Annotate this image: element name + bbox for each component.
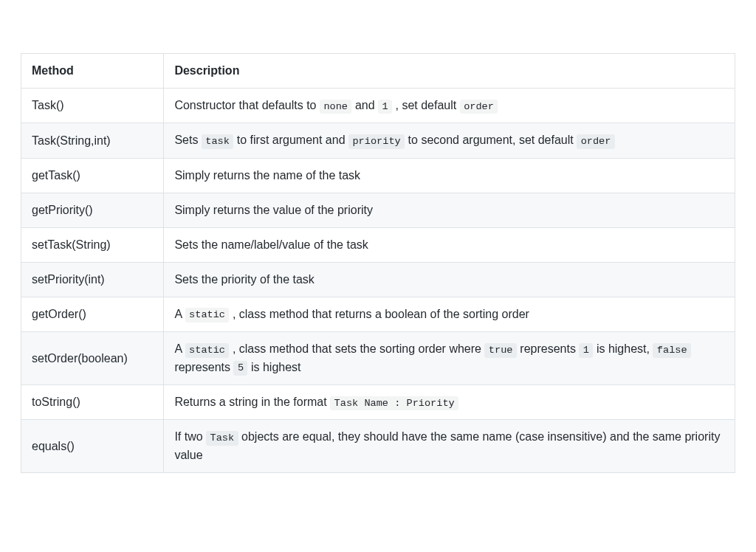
method-cell: getOrder() [21,297,164,331]
description-cell: A static , class method that sets the so… [164,332,735,385]
inline-code: 1 [378,100,392,114]
description-cell: Simply returns the value of the priority [164,193,735,227]
inline-code: Task Name : Priority [330,396,458,411]
inline-code: Task [206,431,238,446]
table-row: setOrder(boolean)A static , class method… [21,332,735,385]
page-container: Method Description Task()Constructor tha… [0,0,756,503]
method-cell: getPriority() [21,193,164,227]
method-cell: toString() [21,384,164,419]
method-cell: getTask() [21,158,164,193]
table-row: setTask(String)Sets the name/label/value… [21,227,735,262]
description-cell: Sets the priority of the task [164,262,735,297]
description-cell: If two Task objects are equal, they shou… [164,420,735,472]
inline-code: true [484,343,517,358]
table-row: Task(String,int)Sets task to first argum… [21,123,735,158]
method-cell: equals() [21,420,164,472]
table-row: getPriority()Simply returns the value of… [21,193,735,227]
method-cell: Task() [21,89,164,123]
inline-code: none [320,100,352,114]
table-row: toString()Returns a string in the format… [21,384,735,419]
method-cell: setOrder(boolean) [21,332,164,385]
inline-code: static [185,343,230,358]
table-header-row: Method Description [21,54,735,89]
table-row: equals()If two Task objects are equal, t… [21,420,735,472]
description-cell: Constructor that defaults to none and 1 … [164,89,735,123]
inline-code: 5 [233,361,247,376]
inline-code: order [577,134,615,149]
inline-code: task [202,134,234,149]
header-description: Description [164,54,735,89]
table-row: getOrder()A static , class method that r… [21,297,735,331]
description-cell: Sets task to first argument and priority… [164,123,735,158]
method-cell: setPriority(int) [21,262,164,297]
table-body: Task()Constructor that defaults to none … [21,89,735,473]
table-row: getTask()Simply returns the name of the … [21,158,735,193]
method-cell: Task(String,int) [21,123,164,158]
description-cell: A static , class method that returns a b… [164,297,735,331]
methods-table: Method Description Task()Constructor tha… [21,53,735,473]
table-row: Task()Constructor that defaults to none … [21,89,735,123]
inline-code: static [185,308,230,322]
inline-code: false [653,343,691,358]
header-method: Method [21,54,164,89]
inline-code: 1 [579,343,593,358]
table-row: setPriority(int)Sets the priority of the… [21,262,735,297]
description-cell: Returns a string in the format Task Name… [164,384,735,419]
inline-code: priority [348,134,405,149]
method-cell: setTask(String) [21,227,164,262]
description-cell: Simply returns the name of the task [164,158,735,193]
inline-code: order [460,100,498,114]
description-cell: Sets the name/label/value of the task [164,227,735,262]
